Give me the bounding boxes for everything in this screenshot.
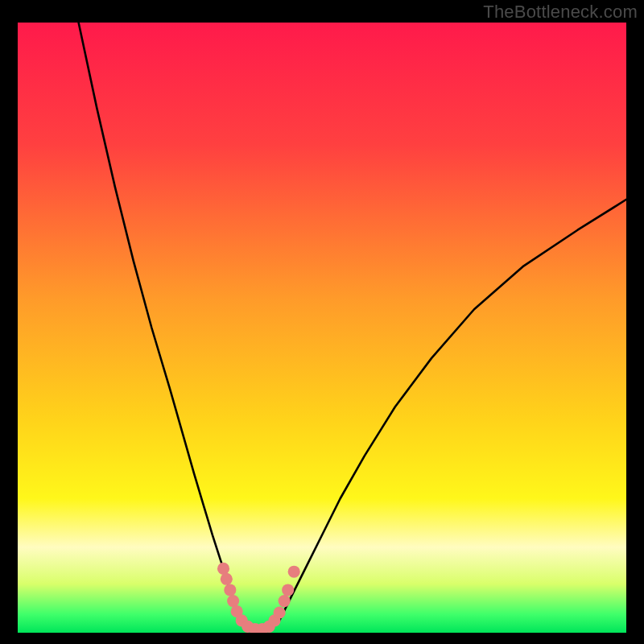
trough-marker — [279, 595, 291, 607]
chart-frame: TheBottleneck.com — [0, 0, 644, 644]
trough-marker — [274, 606, 286, 618]
trough-marker — [227, 595, 239, 607]
trough-marker — [282, 584, 294, 596]
trough-marker — [221, 573, 233, 585]
chart-background — [18, 23, 626, 633]
trough-marker — [217, 563, 229, 575]
trough-marker — [288, 566, 300, 578]
watermark-text: TheBottleneck.com — [483, 2, 638, 23]
chart-svg — [18, 23, 626, 633]
chart-plot-area — [18, 23, 626, 633]
trough-marker — [224, 584, 236, 596]
